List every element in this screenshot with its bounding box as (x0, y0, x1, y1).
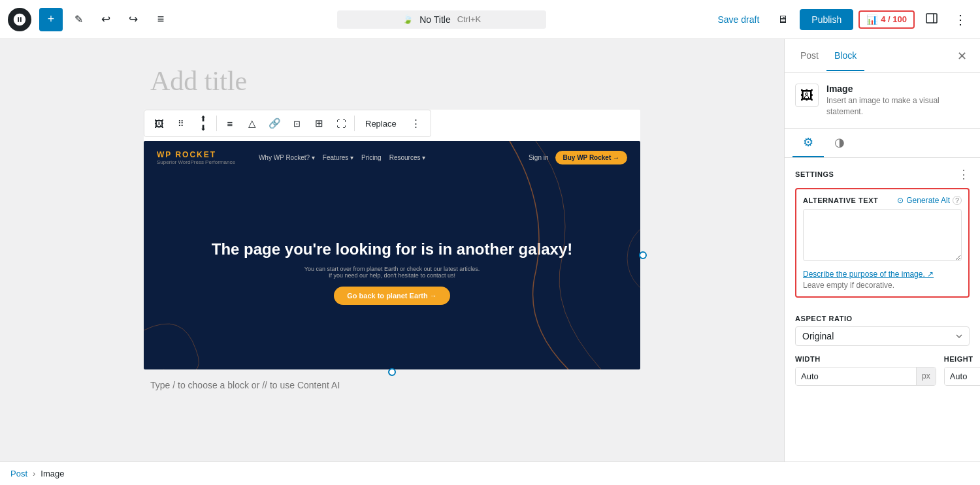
hero-title: The page you're looking for is in anothe… (212, 239, 572, 259)
height-input-wrap: px (944, 367, 980, 386)
styles-subtab[interactable]: ◑ (824, 129, 855, 157)
chart-icon: 📊 (866, 14, 877, 25)
settings-section: Settings ⋮ ALTERNATIVE TEXT ⊙ Generate A… (785, 158, 980, 315)
nav-link-3: Pricing (361, 154, 382, 161)
block-details: Image Insert an image to make a visual s… (826, 84, 970, 117)
right-actions: Save draft 🖥 Publish 📊 4 / 100 ⋮ (711, 8, 972, 31)
replace-button[interactable]: Replace (357, 116, 404, 131)
title-area: 🍃 No Title Ctrl+K (176, 10, 707, 29)
settings-subtab[interactable]: ⚙ (792, 129, 824, 157)
publish-button[interactable]: Publish (800, 9, 853, 30)
align-button[interactable]: ≡ (220, 113, 240, 134)
expand-icon: ⛶ (336, 118, 346, 129)
image-tool-icon: 🖼 (154, 118, 164, 129)
post-title: No Title (419, 14, 450, 25)
style-button[interactable]: △ (242, 113, 263, 134)
tab-post[interactable]: Post (792, 41, 826, 71)
link-button[interactable]: 🔗 (264, 113, 285, 134)
close-icon: ✕ (957, 49, 967, 63)
triangle-icon: △ (248, 117, 256, 129)
resize-handle-bottom[interactable] (388, 368, 396, 376)
document-overview-button[interactable]: ≡ (149, 8, 172, 31)
add-block-button[interactable]: + (39, 8, 63, 31)
title-pill[interactable]: 🍃 No Title Ctrl+K (337, 10, 546, 29)
plus-icon: + (48, 12, 55, 26)
preview-button[interactable]: 🖥 (771, 8, 794, 31)
editor-inner: Add title 🖼 ⠿ ⬆⬇ ≡ (144, 65, 640, 390)
move-up-down-button[interactable]: ⬆⬇ (193, 113, 214, 134)
add-title-placeholder[interactable]: Add title (144, 65, 640, 97)
sign-in-link: Sign in (529, 154, 549, 161)
buy-wp-rocket-button: Buy WP Rocket → (555, 151, 628, 164)
frame-button[interactable]: ⊞ (308, 113, 329, 134)
sidebar: Post Block ✕ 🖼 Image Insert an image to … (784, 39, 980, 462)
top-bar: + ✎ ↩ ↪ ≡ 🍃 No Title Ctrl+K Save draft 🖥… (0, 0, 980, 39)
post-score-button[interactable]: 📊 4 / 100 (858, 10, 915, 29)
breadcrumb-post[interactable]: Post (10, 469, 27, 478)
width-field: WIDTH px (795, 355, 936, 386)
width-input[interactable] (796, 368, 916, 385)
wp-rocket-hero: The page you're looking for is in anothe… (144, 174, 640, 369)
redo-button[interactable]: ↪ (122, 8, 145, 31)
expand-button[interactable]: ⛶ (331, 113, 351, 134)
nav-link-2: Features ▾ (323, 154, 353, 161)
generate-label: Generate Alt (906, 196, 950, 205)
block-description: Insert an image to make a visual stateme… (826, 95, 970, 117)
generate-icon: ⊙ (897, 196, 904, 205)
wp-rocket-tagline: Superior WordPress Performance (157, 159, 235, 165)
width-label: WIDTH (795, 355, 936, 363)
width-input-wrap: px (795, 367, 936, 386)
crop-button[interactable]: ⊡ (286, 113, 307, 134)
sidebar-close-button[interactable]: ✕ (951, 46, 972, 67)
undo-icon: ↩ (101, 12, 110, 26)
frame-icon: ⊞ (315, 117, 323, 129)
alt-text-section: ALTERNATIVE TEXT ⊙ Generate Alt ? Descri… (795, 188, 970, 298)
wp-rocket-logo: WP ROCKET (157, 150, 235, 159)
generate-alt-button[interactable]: ⊙ Generate Alt ? (897, 196, 962, 205)
options-button[interactable]: ⋮ (949, 8, 972, 31)
wp-rocket-nav: WP ROCKET Superior WordPress Performance… (144, 141, 640, 174)
alt-hint: Leave empty if decorative. (803, 281, 962, 290)
sidebar-toggle-button[interactable] (920, 8, 943, 31)
align-icon: ≡ (227, 118, 233, 129)
block-more-button[interactable]: ⋮ (406, 113, 427, 134)
settings-more-button[interactable]: ⋮ (958, 167, 970, 181)
resize-handle-right[interactable] (639, 251, 647, 259)
tools-button[interactable]: ✎ (67, 8, 90, 31)
monitor-icon: 🖥 (777, 14, 788, 25)
image-block[interactable]: 🖼 ⠿ ⬆⬇ ≡ △ 🔗 (144, 110, 640, 369)
toolbar-divider (216, 116, 217, 131)
wp-rocket-nav-right: Sign in Buy WP Rocket → (529, 151, 627, 164)
save-draft-button[interactable]: Save draft (711, 10, 766, 29)
alt-text-header: ALTERNATIVE TEXT ⊙ Generate Alt ? (803, 196, 962, 205)
height-input[interactable] (945, 368, 980, 385)
wp-rocket-image: WP ROCKET Superior WordPress Performance… (144, 141, 640, 369)
aspect-ratio-label: ASPECT RATIO (795, 315, 970, 322)
hero-subtitle: You can start over from planet Earth or … (304, 266, 480, 279)
describe-purpose-link[interactable]: Describe the purpose of the image. ↗ (803, 270, 934, 279)
arrows-icon: ⬆⬇ (200, 114, 206, 133)
block-icon: 🖼 (795, 84, 819, 107)
settings-header: Settings ⋮ (795, 167, 970, 181)
wp-logo[interactable] (8, 8, 31, 31)
settings-icon: ⚙ (803, 136, 813, 149)
crop-icon: ⊡ (293, 119, 301, 129)
height-label: HEIGHT (944, 355, 980, 363)
aspect-ratio-select[interactable]: Original Square - 1:1 Standard - 4:3 Por… (795, 326, 970, 346)
image-icon-button[interactable]: 🖼 (148, 113, 169, 134)
alt-text-input[interactable] (803, 209, 962, 261)
wp-rocket-nav-links: Why WP Rocket? ▾ Features ▾ Pricing Reso… (259, 154, 425, 161)
editor-area: Add title 🖼 ⠿ ⬆⬇ ≡ (0, 39, 784, 462)
sidebar-tabs: Post Block ✕ (785, 39, 980, 73)
nav-link-1: Why WP Rocket? ▾ (259, 154, 315, 161)
undo-button[interactable]: ↩ (94, 8, 118, 31)
sidebar-icon (925, 12, 938, 27)
image-container: WP ROCKET Superior WordPress Performance… (144, 141, 640, 369)
alt-text-label: ALTERNATIVE TEXT (803, 196, 878, 204)
drag-handle-button[interactable]: ⠿ (171, 113, 191, 134)
svg-rect-0 (926, 14, 937, 23)
alt-text-links: Describe the purpose of the image. ↗ Lea… (803, 268, 962, 290)
nav-link-4: Resources ▾ (389, 154, 426, 161)
more-icon: ⋮ (411, 117, 421, 129)
tab-block[interactable]: Block (826, 41, 864, 71)
